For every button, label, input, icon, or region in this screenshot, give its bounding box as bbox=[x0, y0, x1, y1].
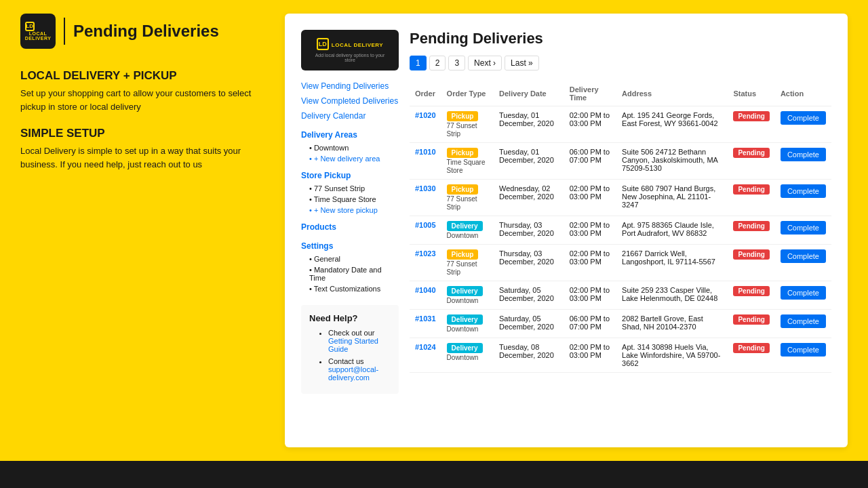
col-action: Action bbox=[775, 81, 831, 106]
left-section-2: SIMPLE SETUP Local Delivery is simple to… bbox=[20, 127, 264, 171]
col-status: Status bbox=[728, 81, 774, 106]
cell-status-3: Pending bbox=[728, 216, 774, 245]
order-type-badge-7: Delivery bbox=[447, 343, 483, 353]
sidebar-nav-completed[interactable]: View Completed Deliveries bbox=[301, 94, 399, 108]
cell-action-2: Complete bbox=[775, 180, 831, 216]
cell-order-7: #1024 bbox=[410, 338, 441, 373]
cell-action-1: Complete bbox=[775, 143, 831, 180]
complete-button-5[interactable]: Complete bbox=[781, 286, 826, 300]
cell-date-1: Tuesday, 01 December, 2020 bbox=[494, 143, 564, 180]
table-row: #1020 Pickup 77 Sunset Strip Tuesday, 01… bbox=[410, 106, 831, 143]
table-row: #1030 Pickup 77 Sunset Strip Wednesday, … bbox=[410, 180, 831, 216]
order-link-3[interactable]: #1005 bbox=[415, 221, 436, 229]
sidebar-delivery-areas-title: Delivery Areas bbox=[301, 130, 399, 140]
cell-address-4: 21667 Darrick Well, Langoshport, IL 9711… bbox=[616, 245, 728, 281]
sidebar-nav-calendar[interactable]: Delivery Calendar bbox=[301, 108, 399, 123]
help-item-contact: Contact us support@local-delivery.com bbox=[328, 357, 391, 382]
order-link-2[interactable]: #1030 bbox=[415, 184, 436, 192]
sidebar-add-delivery-area[interactable]: • + New delivery area bbox=[301, 153, 399, 164]
brand-name-text: LOCALDELIVERY bbox=[25, 31, 52, 41]
table-row: #1031 Delivery Downtown Saturday, 05 Dec… bbox=[410, 310, 831, 338]
brand-divider bbox=[64, 18, 65, 45]
order-type-sub-0: 77 Sunset Strip bbox=[447, 122, 477, 138]
order-type-sub-3: Downtown bbox=[447, 232, 479, 239]
cell-type-6: Delivery Downtown bbox=[441, 310, 494, 338]
complete-button-7[interactable]: Complete bbox=[781, 343, 826, 357]
app-panel: LD LOCAL DELIVERY Add local delivery opt… bbox=[285, 14, 848, 447]
cell-date-4: Thursday, 03 December, 2020 bbox=[494, 245, 564, 281]
cell-time-5: 02:00 PM to 03:00 PM bbox=[564, 281, 616, 310]
page-title: Pending Deliveries bbox=[410, 30, 831, 47]
sidebar-settings-general: • General bbox=[301, 253, 399, 264]
app-sidebar: LD LOCAL DELIVERY Add local delivery opt… bbox=[301, 30, 410, 431]
cell-order-2: #1030 bbox=[410, 180, 441, 216]
order-link-1[interactable]: #1010 bbox=[415, 148, 436, 156]
cell-time-4: 02:00 PM to 03:00 PM bbox=[564, 245, 616, 281]
cell-date-5: Saturday, 05 December, 2020 bbox=[494, 281, 564, 310]
cell-type-3: Delivery Downtown bbox=[441, 216, 494, 245]
cell-address-7: Apt. 314 30898 Huels Via, Lake Winfordsh… bbox=[616, 338, 728, 373]
order-link-4[interactable]: #1023 bbox=[415, 249, 436, 258]
order-link-6[interactable]: #1031 bbox=[415, 314, 436, 323]
order-type-sub-6: Downtown bbox=[447, 325, 479, 333]
help-link-email[interactable]: support@local-delivery.com bbox=[328, 365, 378, 382]
status-badge-1: Pending bbox=[733, 148, 769, 158]
table-row: #1024 Delivery Downtown Tuesday, 08 Dece… bbox=[410, 338, 831, 373]
order-link-5[interactable]: #1040 bbox=[415, 286, 436, 294]
cell-order-3: #1005 bbox=[410, 216, 441, 245]
cell-address-6: 2082 Bartell Grove, East Shad, NH 20104-… bbox=[616, 310, 728, 338]
left-section-1: LOCAL DELIVERY + PICKUP Set up your shop… bbox=[20, 69, 264, 113]
brand-header: LD LOCALDELIVERY Pending Deliveries bbox=[20, 14, 264, 49]
pagination: 1 2 3 Next › Last » bbox=[410, 56, 831, 70]
page-btn-2[interactable]: 2 bbox=[429, 56, 446, 70]
main-content-area: Pending Deliveries 1 2 3 Next › Last » O… bbox=[410, 30, 831, 431]
complete-button-4[interactable]: Complete bbox=[781, 249, 826, 263]
cell-status-4: Pending bbox=[728, 245, 774, 281]
cell-type-4: Pickup 77 Sunset Strip bbox=[441, 245, 494, 281]
cell-order-0: #1020 bbox=[410, 106, 441, 143]
page-btn-next[interactable]: Next › bbox=[468, 56, 502, 70]
cell-time-1: 06:00 PM to 07:00 PM bbox=[564, 143, 616, 180]
cell-type-2: Pickup 77 Sunset Strip bbox=[441, 180, 494, 216]
order-link-7[interactable]: #1024 bbox=[415, 343, 436, 351]
page-btn-last[interactable]: Last » bbox=[505, 56, 539, 70]
order-type-badge-2: Pickup bbox=[447, 184, 479, 195]
cell-address-0: Apt. 195 241 George Fords, East Forest, … bbox=[616, 106, 728, 143]
sidebar-store-timesquare: • Time Square Store bbox=[301, 194, 399, 205]
section1-text: Set up your shopping cart to allow your … bbox=[20, 87, 264, 113]
cell-action-7: Complete bbox=[775, 338, 831, 373]
col-order: Order bbox=[410, 81, 441, 106]
section1-title: LOCAL DELIVERY + PICKUP bbox=[20, 69, 264, 83]
cell-order-6: #1031 bbox=[410, 310, 441, 338]
page-btn-1[interactable]: 1 bbox=[410, 56, 427, 70]
cell-order-1: #1010 bbox=[410, 143, 441, 180]
order-link-0[interactable]: #1020 bbox=[415, 111, 436, 119]
sidebar-area-downtown: • Downtown bbox=[301, 142, 399, 153]
sidebar-nav-pending[interactable]: View Pending Deliveries bbox=[301, 79, 399, 94]
cell-time-7: 02:00 PM to 03:00 PM bbox=[564, 338, 616, 373]
col-address: Address bbox=[616, 81, 728, 106]
bottom-bar bbox=[0, 461, 868, 488]
status-badge-0: Pending bbox=[733, 111, 769, 121]
page-btn-3[interactable]: 3 bbox=[448, 56, 465, 70]
complete-button-3[interactable]: Complete bbox=[781, 221, 826, 235]
cell-status-6: Pending bbox=[728, 310, 774, 338]
cell-address-5: Suite 259 233 Casper Ville, Lake Helenmo… bbox=[616, 281, 728, 310]
complete-button-0[interactable]: Complete bbox=[781, 111, 826, 125]
cell-address-2: Suite 680 7907 Hand Burgs, New Josephina… bbox=[616, 180, 728, 216]
help-title: Need Help? bbox=[309, 313, 391, 323]
cell-address-1: Suite 506 24712 Bethann Canyon, Jaskolsk… bbox=[616, 143, 728, 180]
cell-type-7: Delivery Downtown bbox=[441, 338, 494, 373]
sidebar-logo-sub: Add local delivery options to your store bbox=[309, 53, 391, 62]
sidebar-logo: LD LOCAL DELIVERY Add local delivery opt… bbox=[301, 30, 399, 70]
cell-type-0: Pickup 77 Sunset Strip bbox=[441, 106, 494, 143]
complete-button-2[interactable]: Complete bbox=[781, 184, 826, 198]
sidebar-add-store-pickup[interactable]: • + New store pickup bbox=[301, 205, 399, 216]
cell-status-1: Pending bbox=[728, 143, 774, 180]
col-delivery-time: Delivery Time bbox=[564, 81, 616, 106]
complete-button-6[interactable]: Complete bbox=[781, 314, 826, 328]
help-link-guide[interactable]: Getting Started Guide bbox=[328, 337, 378, 353]
cell-type-5: Delivery Downtown bbox=[441, 281, 494, 310]
cell-time-6: 06:00 PM to 07:00 PM bbox=[564, 310, 616, 338]
complete-button-1[interactable]: Complete bbox=[781, 148, 826, 161]
